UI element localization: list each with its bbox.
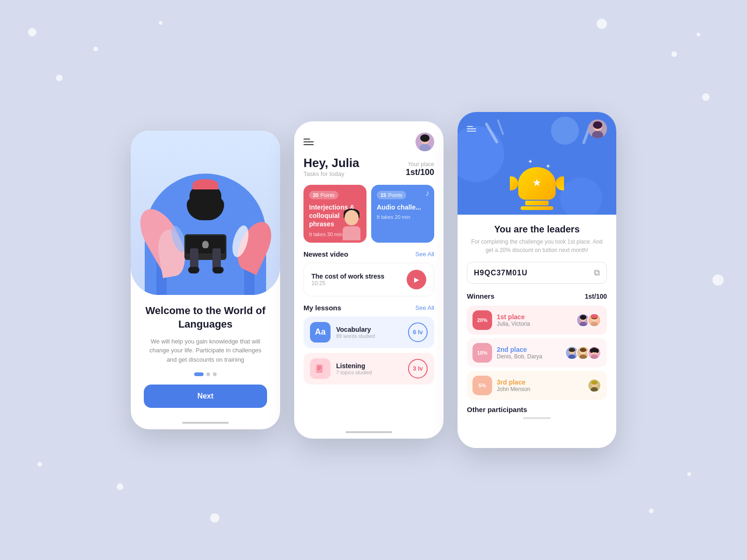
winner-row-3: 5% 3rd place John Menson <box>467 371 607 400</box>
lesson-item-1[interactable]: Aa Vocabulary 89 words studied 6 lv <box>303 316 434 348</box>
winner-1-avatars <box>576 313 601 327</box>
greeting-name: Hey, Julia <box>303 156 359 170</box>
char-shoe-right <box>212 267 224 273</box>
vocabulary-icon: Aa <box>310 322 331 343</box>
pagination-dot-3 <box>213 372 217 376</box>
user-avatar[interactable] <box>416 133 434 151</box>
lesson-1-left: Aa Vocabulary 89 words studied <box>310 322 408 343</box>
lesson-2-sub: 7 topics studied <box>336 370 372 375</box>
lesson-card-2[interactable]: 15 Points ♪ Audio challe... It takes 20 … <box>371 185 434 243</box>
character-illustration <box>175 188 236 281</box>
p3-topbar <box>467 119 607 138</box>
onboarding-content: Welcome to the World of Languages We wil… <box>131 295 280 417</box>
char-shoe-left <box>188 267 199 273</box>
lesson-2-name: Listening <box>336 362 372 370</box>
p3-hline-2 <box>467 128 476 129</box>
pagination-dot-2 <box>206 372 210 376</box>
winner-1-names: Julia, Victoria <box>497 321 576 327</box>
winners-place: 1st/100 <box>585 293 607 300</box>
winner-2-names: Denis, Bob, Darya <box>497 353 565 360</box>
svg-point-35 <box>590 349 593 353</box>
svg-point-36 <box>596 349 599 353</box>
lesson-1-sub: 89 words studied <box>336 333 375 339</box>
lesson-item-2[interactable]: Listening 7 topics studied 3 lv <box>303 353 434 385</box>
phone-leaders: ✦ ✦ ✦ ★ You are the leaders For completi… <box>458 112 616 448</box>
promo-code-value: H9QC37M01U <box>474 269 528 277</box>
card-2-time: It takes 20 min <box>377 214 429 220</box>
video-card[interactable]: The cost of work stress 10:25 ▶ <box>303 263 434 296</box>
p3-menu-icon[interactable] <box>467 126 476 132</box>
winner-3-names: John Menson <box>497 386 587 392</box>
trophy-cup: ★ <box>518 167 556 200</box>
pagination <box>194 372 217 376</box>
card-1-illustration <box>338 210 364 240</box>
video-info: The cost of work stress 10:25 <box>311 273 384 287</box>
greeting-section: Hey, Julia Tasks for today Your place 1s… <box>294 156 444 185</box>
video-section-title: Newest video <box>303 250 348 258</box>
phone-onboarding: Welcome to the World of Languages We wil… <box>131 131 280 429</box>
promo-code-box[interactable]: H9QC37M01U ⧉ <box>467 262 607 284</box>
avatar-darya <box>587 346 601 360</box>
winner-3-avatars <box>587 378 601 392</box>
char-leg-left <box>190 248 198 269</box>
onboarding-subtitle: We will help you gain knowledge that wil… <box>144 337 267 364</box>
svg-rect-8 <box>317 369 320 370</box>
lesson-1-level: 6 lv <box>408 322 428 342</box>
badge-1st: 20% <box>472 310 492 330</box>
winner-row-2: 10% 2nd place Denis, Bob, Darya <box>467 338 607 367</box>
card-1-points-label: Points <box>320 192 335 198</box>
copy-icon[interactable]: ⧉ <box>594 268 600 278</box>
lesson-cards: 20 Points Interjections & colloquial phr… <box>294 185 444 250</box>
card-2-points-label: Points <box>388 192 402 198</box>
svg-point-13 <box>593 121 602 129</box>
svg-point-30 <box>580 348 586 352</box>
trophy-base <box>525 201 549 205</box>
onboarding-title: Welcome to the World of Languages <box>144 304 267 331</box>
svg-point-4 <box>420 134 430 142</box>
other-participants-label: Other participants <box>467 406 607 413</box>
winner-2-place: 2nd place <box>497 346 565 353</box>
card-1-points: 20 Points <box>309 191 338 199</box>
bottom-bar-2 <box>345 431 392 433</box>
char-leg-right <box>212 248 221 269</box>
winner-row-1: 20% 1st place Julia, Victoria <box>467 306 607 335</box>
lesson-1-name: Vocabulary <box>336 326 375 333</box>
p3-hline-1 <box>467 126 473 127</box>
video-title: The cost of work stress <box>311 273 384 280</box>
svg-point-22 <box>591 314 598 318</box>
lessons-see-all[interactable]: See All <box>416 304 434 311</box>
phone-dashboard: Hey, Julia Tasks for today Your place 1s… <box>294 121 444 439</box>
winner-2-info: 2nd place Denis, Bob, Darya <box>497 346 565 360</box>
next-button[interactable]: Next <box>144 385 267 408</box>
laptop-logo <box>202 241 209 248</box>
play-button[interactable]: ▶ <box>407 270 426 289</box>
card-2-title: Audio challe... <box>377 203 429 211</box>
dashboard-header <box>294 121 444 156</box>
badge-2nd: 10% <box>472 343 492 363</box>
trophy-pedestal <box>521 206 553 210</box>
tasks-label: Tasks for today <box>303 170 359 177</box>
winner-3-info: 3rd place John Menson <box>497 378 587 392</box>
hline-2 <box>303 141 314 142</box>
winner-1-info: 1st place Julia, Victoria <box>497 313 576 327</box>
svg-rect-5 <box>316 364 323 373</box>
video-see-all[interactable]: See All <box>416 251 434 258</box>
card-2-points-num: 15 <box>381 192 386 198</box>
winners-header: Winners 1st/100 <box>467 292 607 300</box>
video-section-header: Newest video See All <box>294 250 444 263</box>
bottom-bar-3 <box>523 417 551 419</box>
winner-3-place: 3rd place <box>497 378 587 386</box>
music-note-icon: ♪ <box>425 189 430 198</box>
video-duration: 10:25 <box>311 280 384 287</box>
lesson-card-1[interactable]: 20 Points Interjections & colloquial phr… <box>303 185 366 243</box>
leaders-title: You are the leaders <box>467 224 607 235</box>
svg-point-17 <box>580 315 586 320</box>
svg-rect-7 <box>317 368 321 369</box>
lesson-1-info: Vocabulary 89 words studied <box>336 326 375 339</box>
lessons-section-title: My lessons <box>303 304 341 312</box>
hline-1 <box>303 139 310 140</box>
menu-icon[interactable] <box>303 139 314 145</box>
trophy-star: ★ <box>532 177 542 189</box>
avatar-victoria <box>587 313 601 327</box>
p3-user-avatar[interactable] <box>588 119 607 138</box>
